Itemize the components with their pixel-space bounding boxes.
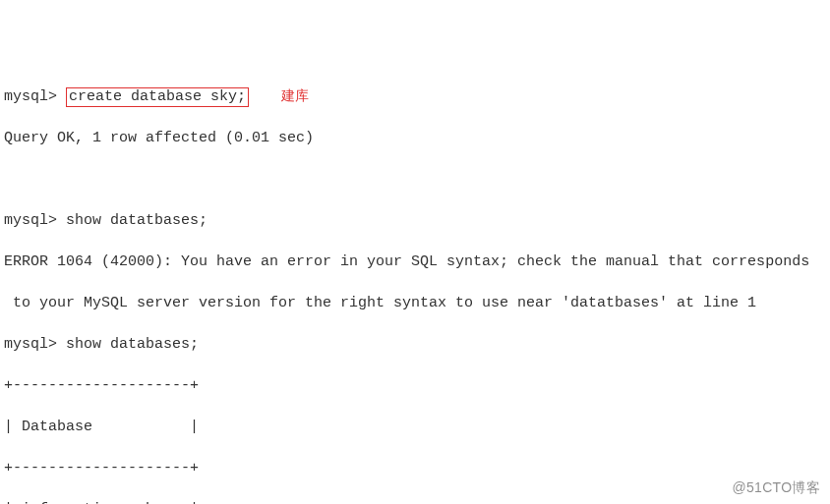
- response-create: Query OK, 1 row affected (0.01 sec): [4, 128, 830, 148]
- mysql-prompt: mysql>: [4, 88, 57, 105]
- table-row: | information_schema |: [4, 499, 830, 504]
- blank: [4, 169, 830, 190]
- table-sep-top: +--------------------+: [4, 375, 830, 396]
- line-show: mysql> show databases;: [4, 334, 830, 355]
- cmd-show-typo: show datatbases;: [66, 212, 208, 229]
- line-create: mysql> create database sky; 建库: [4, 86, 830, 107]
- line-show-typo: mysql> show datatbases;: [4, 210, 830, 231]
- label-create: 建库: [281, 87, 309, 103]
- cmd-create-database: create database sky;: [66, 87, 249, 107]
- cmd-show-databases: show databases;: [66, 336, 199, 353]
- error-line-1: ERROR 1064 (42000): You have an error in…: [4, 252, 830, 272]
- mysql-prompt: mysql>: [4, 336, 57, 353]
- mysql-prompt: mysql>: [4, 212, 57, 229]
- error-line-2: to your MySQL server version for the rig…: [4, 293, 830, 313]
- table-header: | Database |: [4, 417, 830, 437]
- table-sep-mid: +--------------------+: [4, 458, 830, 478]
- watermark: @51CTO博客: [733, 478, 820, 498]
